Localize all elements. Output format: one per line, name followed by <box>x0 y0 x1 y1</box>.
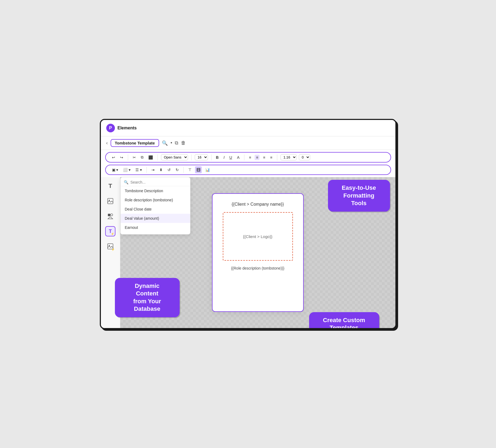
delete-icon[interactable]: 🗑 <box>181 140 186 146</box>
search-icon: 🔍 <box>124 180 128 184</box>
format-bar-row2: ▣ ▾ ⬜ ▾ ☰ ▾ ⇥ ⬍ ↺ ↻ ⊤ ⊟ 📊 <box>105 165 391 175</box>
divider5 <box>244 154 244 160</box>
align-middle-button[interactable]: ⊟ <box>195 166 202 173</box>
redo-button[interactable]: ↪ <box>119 155 125 160</box>
role-description-placeholder: {{Role description (tombstone)}} <box>231 266 285 270</box>
list-button[interactable]: ☰ ▾ <box>134 167 143 173</box>
align-justify-button[interactable]: ≡ <box>269 155 274 160</box>
image-tool-icon[interactable] <box>105 196 115 206</box>
underline-button[interactable]: U <box>228 155 234 160</box>
divider2 <box>158 154 158 160</box>
app-frame: P Elements ‹ Tombstone Template 🔍 • ⧉ 🗑 … <box>100 119 396 329</box>
align-top-button[interactable]: ⊤ <box>187 167 193 173</box>
create-templates-bubble: Create CustomTemplates <box>309 312 379 329</box>
dropdown-panel: 🔍 Tombstone Description Role description… <box>120 177 190 235</box>
divider3 <box>191 154 191 160</box>
italic-button[interactable]: I <box>222 155 226 160</box>
divider4 <box>211 154 211 160</box>
fill-color-button[interactable]: ▣ ▾ <box>111 167 120 173</box>
search-icon[interactable]: 🔍 <box>162 140 168 146</box>
dynamic-text-tool-icon[interactable]: T ⚡ <box>105 226 115 236</box>
bold-button[interactable]: B <box>215 155 220 160</box>
font-family-select[interactable]: Open Sans <box>161 154 188 160</box>
search-input[interactable] <box>131 180 187 184</box>
font-size-select[interactable]: 16 <box>195 154 208 160</box>
file-bar: ‹ Tombstone Template 🔍 • ⧉ 🗑 <box>101 136 395 150</box>
create-templates-text: Create CustomTemplates <box>323 317 365 329</box>
font-color-button[interactable]: A <box>236 155 241 160</box>
logo: P <box>106 124 115 132</box>
dropdown-search-area: 🔍 <box>121 177 190 186</box>
dropdown-item-1[interactable]: Role description (tombstone) <box>121 195 190 205</box>
indent-more-button[interactable]: ⇥ <box>150 167 156 173</box>
divider7 <box>146 167 147 173</box>
undo-button[interactable]: ↩ <box>111 155 117 160</box>
easy-formatting-bubble: Easy-to-UseFormattingTools <box>328 180 390 212</box>
svg-rect-0 <box>108 198 113 204</box>
dropdown-item-0[interactable]: Tombstone Description <box>121 186 190 195</box>
svg-rect-2 <box>108 214 110 216</box>
client-name-placeholder: {{Client > Company name}} <box>232 202 284 207</box>
logo-placeholder-text: {{Client > Logo}} <box>243 234 272 239</box>
dot-icon: • <box>170 140 172 146</box>
dropdown-item-2[interactable]: Deal Close date <box>121 205 190 214</box>
dynamic-content-bubble: DynamicContentfrom YourDatabase <box>115 278 180 317</box>
align-left-button[interactable]: ≡ <box>248 155 252 160</box>
dynamic-content-text: DynamicContentfrom YourDatabase <box>133 282 161 312</box>
line-spacing-select[interactable]: 1.16 <box>281 154 297 160</box>
text-height-button[interactable]: ⬍ <box>158 167 164 173</box>
app-title: Elements <box>118 126 137 130</box>
easy-formatting-text: Easy-to-UseFormattingTools <box>342 184 376 206</box>
indent-select[interactable]: 0 <box>299 154 310 160</box>
cut-button[interactable]: ✂ <box>131 155 137 160</box>
stroke-color-button[interactable]: ⬜ ▾ <box>122 167 132 173</box>
copy-button[interactable]: ⧉ <box>139 154 145 160</box>
dynamic-image-tool-icon[interactable]: ⚡ <box>105 241 115 251</box>
dropdown-item-4[interactable]: Earnout <box>121 223 190 232</box>
align-right-button[interactable]: ≡ <box>262 155 266 160</box>
divider8 <box>183 167 184 173</box>
file-name-badge: Tombstone Template <box>111 139 159 147</box>
text-tool-icon[interactable]: T <box>105 181 115 191</box>
top-bar: P Elements <box>101 120 395 136</box>
chart-button[interactable]: 📊 <box>204 167 211 173</box>
back-button[interactable]: ‹ <box>106 140 108 146</box>
divider1 <box>128 154 128 160</box>
divider6 <box>277 154 277 160</box>
svg-point-3 <box>111 214 113 216</box>
file-bar-icons: 🔍 • ⧉ 🗑 <box>162 140 186 146</box>
logo-placeholder-box: {{Client > Logo}} <box>223 212 293 261</box>
main-area: T T ⚡ <box>101 177 395 328</box>
shape-tool-icon[interactable] <box>105 211 115 221</box>
format-bar-row1: ↩ ↪ ✂ ⧉ ⬛ Open Sans 16 B I U A ≡ ≡ ≡ ≡ 1… <box>105 152 391 163</box>
format-paint-button[interactable]: ⬛ <box>147 155 154 160</box>
template-card: {{Client > Company name}} {{Client > Log… <box>212 193 304 312</box>
align-center-button[interactable]: ≡ <box>255 155 259 160</box>
svg-marker-4 <box>108 217 113 219</box>
rotate-right-button[interactable]: ↻ <box>174 167 180 173</box>
dropdown-item-3[interactable]: Deal Value (amount) <box>121 214 190 223</box>
copy-icon[interactable]: ⧉ <box>175 140 178 146</box>
rotate-left-button[interactable]: ↺ <box>166 167 172 173</box>
